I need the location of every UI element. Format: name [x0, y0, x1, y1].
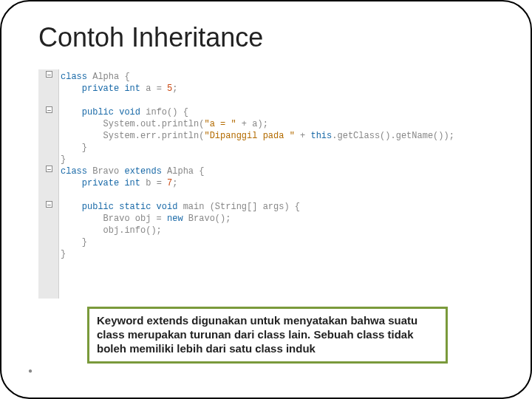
fold-icon[interactable]: −: [46, 71, 52, 78]
keyword: extends: [124, 166, 161, 177]
code-text: ;: [172, 83, 177, 94]
corner-dot: ●: [28, 366, 35, 374]
code-text: }: [61, 154, 66, 165]
code-text: System.err.println(: [61, 131, 204, 141]
code-text: Bravo();: [183, 214, 231, 224]
code-text: }: [61, 143, 87, 153]
code-text: System.out.println(: [61, 119, 204, 129]
string-literal: "a = ": [204, 119, 236, 129]
editor-gutter: − − − −: [38, 69, 59, 299]
code-text: Bravo obj =: [61, 214, 167, 224]
code-text: +: [295, 131, 311, 141]
keyword: public void: [61, 107, 140, 117]
keyword: private int: [61, 83, 140, 94]
keyword: public static void: [61, 202, 177, 212]
code-text: info() {: [140, 107, 188, 117]
fold-icon[interactable]: −: [46, 106, 52, 113]
code-text: Alpha {: [87, 72, 130, 82]
string-literal: "Dipanggil pada ": [204, 131, 294, 141]
code-editor: − − − − class Alpha { private int a = 5;…: [38, 69, 494, 299]
slide-title: Contoh Inheritance: [38, 22, 263, 53]
code-text: b =: [140, 178, 167, 188]
fold-icon[interactable]: −: [46, 166, 52, 172]
callout-box: Keyword extends digunakan untuk menyatak…: [87, 307, 448, 364]
code-text: .getClass().getName());: [332, 131, 454, 141]
code-text: }: [61, 249, 66, 259]
code-text: Bravo: [87, 166, 124, 177]
code-text: main (String[] args) {: [177, 202, 300, 212]
code-text: Alpha {: [162, 166, 205, 177]
keyword: new: [167, 214, 183, 224]
code-text: }: [61, 237, 87, 248]
code-text: ;: [172, 178, 177, 188]
fold-icon[interactable]: −: [46, 201, 52, 208]
code-body: class Alpha { private int a = 5; public …: [61, 71, 494, 260]
keyword: class: [61, 166, 87, 177]
callout-text: Keyword extends digunakan untuk menyatak…: [97, 313, 438, 355]
code-text: obj.info();: [61, 225, 162, 236]
keyword: class: [61, 72, 87, 82]
keyword: private int: [61, 178, 140, 188]
code-text: + a);: [236, 119, 268, 129]
slide-frame: Contoh Inheritance − − − − class Alpha {…: [0, 0, 532, 399]
keyword: this: [310, 131, 332, 141]
code-text: a =: [140, 83, 167, 94]
